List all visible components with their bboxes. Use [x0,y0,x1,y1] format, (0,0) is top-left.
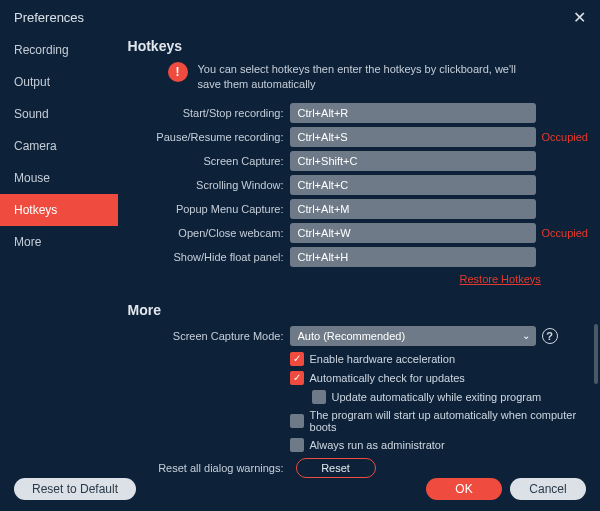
hotkey-row: Open/Close webcam:Occupied [126,223,588,243]
hotkey-input[interactable] [290,247,536,267]
checkbox[interactable]: ✓ [290,352,304,366]
close-icon[interactable]: ✕ [573,8,586,27]
hotkey-row: Start/Stop recording: [126,103,588,123]
checkbox-label: Enable hardware acceleration [310,353,456,365]
sidebar-item-hotkeys[interactable]: Hotkeys [0,194,118,226]
checkbox-row: ✓Automatically check for updates [290,371,588,385]
hotkey-row: Pause/Resume recording:Occupied [126,127,588,147]
checkbox-row: ✓Enable hardware acceleration [290,352,588,366]
checkbox[interactable]: ✓ [290,371,304,385]
capture-mode-select[interactable]: Auto (Recommended) [290,326,536,346]
sidebar-item-output[interactable]: Output [0,66,118,98]
footer: Reset to Default OK Cancel [0,466,600,511]
hotkey-input[interactable] [290,127,536,147]
checkbox-label: The program will start up automatically … [310,409,588,433]
sidebar: Recording Output Sound Camera Mouse Hotk… [0,34,118,466]
hotkey-input[interactable] [290,103,536,123]
reset-default-button[interactable]: Reset to Default [14,478,136,500]
notice-text: You can select hotkeys then enter the ho… [198,62,528,93]
hotkey-label: Pause/Resume recording: [126,131,290,143]
help-icon[interactable]: ? [542,328,558,344]
hotkey-row: Scrolling Window: [126,175,588,195]
checkbox[interactable] [312,390,326,404]
sidebar-item-recording[interactable]: Recording [0,34,118,66]
section-title-more: More [128,302,588,318]
hotkey-row: Screen Capture: [126,151,588,171]
capture-mode-label: Screen Capture Mode: [126,330,290,342]
sidebar-item-camera[interactable]: Camera [0,130,118,162]
checkbox-label: Always run as administrator [310,439,445,451]
checkbox[interactable] [290,414,304,428]
hotkey-input[interactable] [290,175,536,195]
sidebar-item-more[interactable]: More [0,226,118,258]
occupied-badge: Occupied [542,227,588,239]
ok-button[interactable]: OK [426,478,502,500]
section-title-hotkeys: Hotkeys [128,38,588,54]
checkbox-label: Automatically check for updates [310,372,465,384]
warning-icon: ! [168,62,188,82]
hotkey-label: Scrolling Window: [126,179,290,191]
hotkey-row: Popup Menu Capture: [126,199,588,219]
hotkey-row: Show/Hide float panel: [126,247,588,267]
hotkey-input[interactable] [290,151,536,171]
checkbox-row: Update automatically while exiting progr… [312,390,588,404]
hotkey-input[interactable] [290,199,536,219]
hotkey-label: Start/Stop recording: [126,107,290,119]
hotkey-input[interactable] [290,223,536,243]
checkbox-label: Update automatically while exiting progr… [332,391,542,403]
window-title: Preferences [14,10,84,25]
hotkeys-notice: ! You can select hotkeys then enter the … [168,62,588,93]
hotkey-label: Open/Close webcam: [126,227,290,239]
hotkey-label: Popup Menu Capture: [126,203,290,215]
checkbox-row: The program will start up automatically … [290,409,588,433]
restore-hotkeys-link[interactable]: Restore Hotkeys [460,273,541,285]
checkbox[interactable] [290,438,304,452]
sidebar-item-sound[interactable]: Sound [0,98,118,130]
scrollbar-thumb[interactable] [594,324,598,384]
cancel-button[interactable]: Cancel [510,478,586,500]
content-area: Hotkeys ! You can select hotkeys then en… [118,34,600,466]
sidebar-item-mouse[interactable]: Mouse [0,162,118,194]
hotkey-label: Show/Hide float panel: [126,251,290,263]
hotkey-label: Screen Capture: [126,155,290,167]
occupied-badge: Occupied [542,131,588,143]
checkbox-row: Always run as administrator [290,438,588,452]
